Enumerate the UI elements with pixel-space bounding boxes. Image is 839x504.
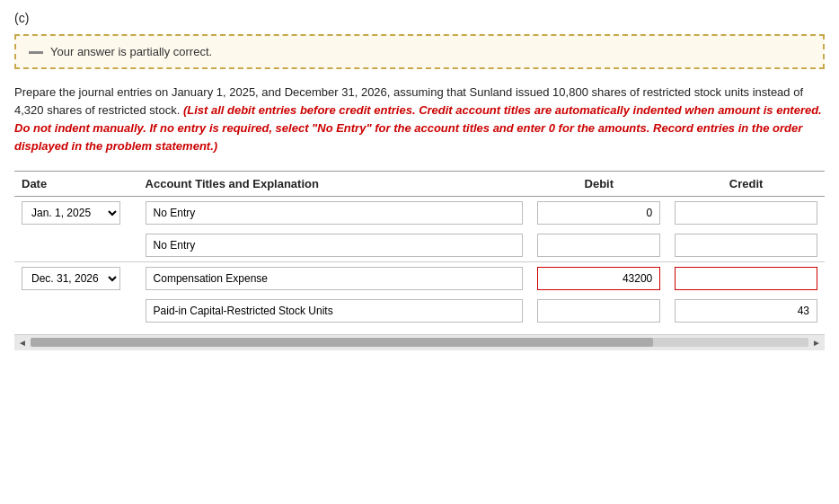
instructions: Prepare the journal entries on January 1…: [14, 84, 825, 156]
debit-cell: [530, 196, 667, 229]
partial-correct-box: Your answer is partially correct.: [14, 34, 825, 69]
credit-input[interactable]: [675, 267, 817, 290]
partial-correct-text: Your answer is partially correct.: [50, 45, 212, 58]
account-input[interactable]: [146, 201, 524, 225]
header-debit: Debit: [530, 171, 667, 196]
scroll-track[interactable]: [31, 338, 808, 347]
credit-input[interactable]: [675, 299, 817, 323]
credit-cell: [667, 229, 825, 262]
debit-input[interactable]: [537, 299, 660, 323]
credit-input[interactable]: [675, 234, 817, 257]
credit-cell: [667, 196, 825, 229]
header-date: Date: [14, 171, 138, 196]
date-select[interactable]: Jan. 1, 2025: [22, 201, 120, 225]
table-row: [14, 229, 825, 262]
credit-cell: [667, 295, 825, 327]
scroll-thumb[interactable]: [31, 338, 653, 347]
debit-cell: [530, 261, 667, 295]
debit-cell: [530, 229, 667, 262]
account-cell: [138, 229, 531, 262]
section-label: (c): [14, 11, 825, 25]
horizontal-scrollbar[interactable]: ◄ ►: [14, 334, 825, 350]
table-row: Jan. 1, 2025: [14, 196, 825, 229]
account-cell: [138, 261, 531, 295]
debit-input[interactable]: [537, 201, 660, 225]
account-input[interactable]: [146, 267, 524, 290]
table-row: [14, 295, 825, 327]
account-cell: [138, 295, 531, 327]
date-cell: [14, 229, 138, 262]
debit-cell: [530, 295, 667, 327]
debit-input[interactable]: [537, 234, 660, 257]
account-input[interactable]: [146, 234, 524, 257]
header-credit: Credit: [667, 171, 825, 196]
date-cell: Jan. 1, 2025: [14, 196, 138, 229]
account-cell: [138, 196, 531, 229]
page-container: (c) Your answer is partially correct. Pr…: [0, 0, 839, 350]
credit-cell: [667, 261, 825, 295]
journal-table: Date Account Titles and Explanation Debi…: [14, 171, 825, 327]
account-input[interactable]: [146, 299, 524, 323]
date-select[interactable]: Dec. 31, 2026: [22, 267, 120, 290]
dash-icon: [29, 51, 43, 54]
scroll-right-arrow[interactable]: ►: [812, 338, 821, 348]
header-account: Account Titles and Explanation: [138, 171, 531, 196]
date-cell: Dec. 31, 2026: [14, 261, 138, 295]
scroll-left-arrow[interactable]: ◄: [18, 338, 27, 348]
credit-input[interactable]: [675, 201, 817, 225]
debit-input[interactable]: [537, 267, 660, 290]
date-cell: [14, 295, 138, 327]
table-row: Dec. 31, 2026: [14, 261, 825, 295]
